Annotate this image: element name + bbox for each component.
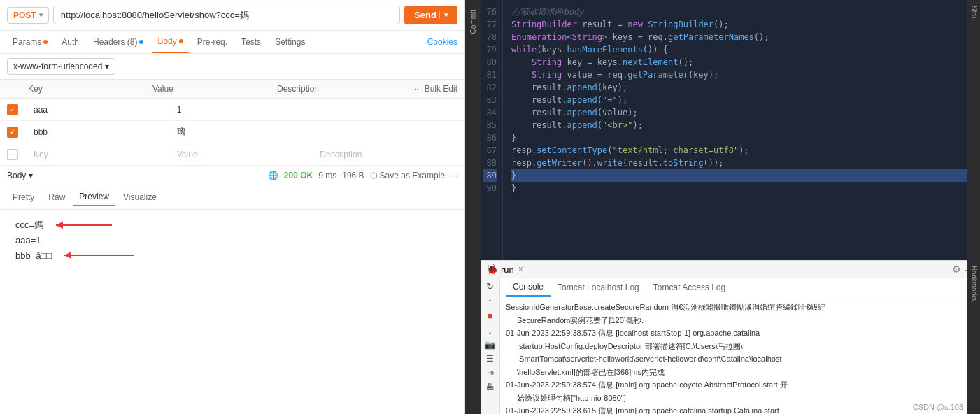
url-input[interactable] [53,6,401,24]
code-line-86: } [511,131,972,144]
row2-key[interactable]: bbb [28,127,171,137]
console-line: .SmartTomcat\serverlet-helloworld\server… [506,353,974,365]
tab-raw[interactable]: Raw [43,189,71,206]
code-line-84: result.append(value); [511,106,972,119]
tab-prereq[interactable]: Pre-req. [192,31,233,52]
tab-headers[interactable]: Headers (8) [87,31,149,52]
row1-key[interactable]: aaa [28,105,171,115]
code-line-76: //获取请求的body [511,6,972,18]
response-body: ccc=鎷 aaa=1 bbb=â□□ [0,210,464,414]
tab-settings-label: Settings [275,37,305,47]
response-line-3: bbb=â□□ [15,248,455,262]
code-line-81: String value = req.getParameter(key); [511,69,972,81]
response-text-2: aaa=1 [15,235,41,245]
row3-value[interactable]: Value [171,150,315,159]
tab-visualize[interactable]: Visualize [118,189,162,206]
response-size: 196 B [342,171,364,180]
console-tab-console[interactable]: Console [506,278,551,297]
structure-tab[interactable]: Stru... [969,0,979,30]
check-icon: ✓ [10,128,15,136]
header-actions: ··· Bulk Edit [402,84,457,94]
tab-params-label: Params [13,37,41,47]
run-tab-label: run [501,264,514,275]
row1-checkbox[interactable]: ✓ [7,104,28,115]
send-chevron-icon: ▾ [439,11,448,19]
console-right: Console Tomcat Localhost Log Tomcat Acce… [500,278,980,414]
code-line-82: result.append(key); [511,81,972,94]
run-tab[interactable]: 🐞 run × [486,264,523,275]
params-dot [43,40,48,44]
bookmarks-tab[interactable]: Bookmarks [969,260,979,306]
tab-pretty[interactable]: Pretty [7,189,40,206]
right-panel: Commit Stru... Bookmarks 76 77 78 79 80 … [465,0,980,414]
row3-description[interactable]: Description [314,150,457,159]
header-value: Value [152,84,277,94]
console-tab-tomcat-localhost[interactable]: Tomcat Localhost Log [551,279,646,296]
table-row: Key Value Description [0,143,464,166]
console-line: 01-Jun-2023 22:59:38.573 信息 [localhost-s… [506,327,974,339]
tab-tests[interactable]: Tests [236,31,267,52]
body-text: Body [7,171,26,180]
method-select[interactable]: POST ▾ [7,7,49,24]
code-content: //获取请求的body StringBuilder result = new S… [503,0,980,260]
row3-checkbox[interactable] [7,149,28,160]
svg-marker-3 [64,252,71,259]
console-line: SessionIdGeneratorBase.createSecureRando… [506,301,974,313]
tab-settings[interactable]: Settings [269,31,311,52]
cookies-link[interactable]: Cookies [427,37,457,47]
arrow-up-icon[interactable]: ↑ [488,296,492,306]
body-section-label[interactable]: Body ▾ [7,171,33,180]
bookmarks-sidebar: Bookmarks [967,260,980,414]
arrow-down-icon[interactable]: ↓ [488,325,492,336]
body-type-row: x-www-form-urlencoded ▾ [0,54,464,80]
camera-icon[interactable]: 📷 [485,340,495,350]
bulk-edit-label[interactable]: Bulk Edit [425,84,457,94]
list-icon[interactable]: ☰ [486,354,494,364]
tab-raw-label: Raw [48,192,65,202]
empty-checkbox[interactable] [7,149,18,160]
code-line-83: result.append("="); [511,94,972,106]
code-line-85: result.append("<br>"); [511,119,972,131]
console-line: 始协议处理句柄["http-nio-8080"] [506,392,974,404]
line-numbers: 76 77 78 79 80 81 82 83 84 85 86 87 88 8… [481,0,503,260]
console-line: \helloServlet.xml]的部署已在[366]ms内完成 [506,366,974,378]
url-bar: POST ▾ Send ▾ [0,0,464,31]
row2-checkbox[interactable]: ✓ [7,127,28,138]
arrow-2 [57,248,141,262]
save-as-example-button[interactable]: ⬡ Save as Example [370,171,445,180]
tab-preview[interactable]: Preview [73,188,115,206]
run-close-icon[interactable]: × [518,264,523,274]
print-icon[interactable]: 🖶 [486,382,495,392]
body-dot [179,39,183,43]
row1-value[interactable]: 1 [171,105,315,115]
check-icon: ✓ [10,106,15,113]
refresh-icon[interactable]: ↻ [486,281,494,292]
more-options-icon[interactable]: ··· [450,171,457,180]
stop-icon[interactable]: ■ [488,310,493,321]
tab-auth[interactable]: Auth [56,31,85,52]
tab-pretty-label: Pretty [13,192,34,202]
row2-value[interactable]: 璃 [171,126,315,138]
tab-body[interactable]: Body [152,31,188,53]
send-button[interactable]: Send ▾ [404,6,457,24]
header-check [7,84,28,94]
commit-tab[interactable]: Commit [468,6,478,38]
headers-dot [139,40,143,44]
tab-visualize-label: Visualize [123,192,157,202]
body-type-selector[interactable]: x-www-form-urlencoded ▾ [7,58,115,75]
indent-icon[interactable]: ⇥ [487,368,494,378]
code-editor-area[interactable]: 76 77 78 79 80 81 82 83 84 85 86 87 88 8… [481,0,980,260]
body-type-label: x-www-form-urlencoded [13,62,102,71]
send-label: Send [414,10,436,20]
status-ok-text: 200 OK [284,171,313,180]
row3-key[interactable]: Key [28,150,171,159]
console-tab-tomcat-access[interactable]: Tomcat Access Log [646,279,732,296]
status-bar: Body ▾ 🌐 200 OK 9 ms 196 B ⬡ Save as Exa… [0,166,464,185]
tab-prereq-label: Pre-req. [197,37,227,47]
response-line-2: aaa=1 [15,235,455,245]
response-tabs: Pretty Raw Preview Visualize [0,185,464,210]
gear-icon[interactable]: ⚙ [952,264,961,275]
tab-headers-label: Headers (8) [93,37,137,47]
run-panel: 🐞 run × ⚙ — ↻ ↑ ■ ↓ 📷 ☰ ⇥ 🖶 [481,260,980,414]
tab-params[interactable]: Params [7,31,53,52]
